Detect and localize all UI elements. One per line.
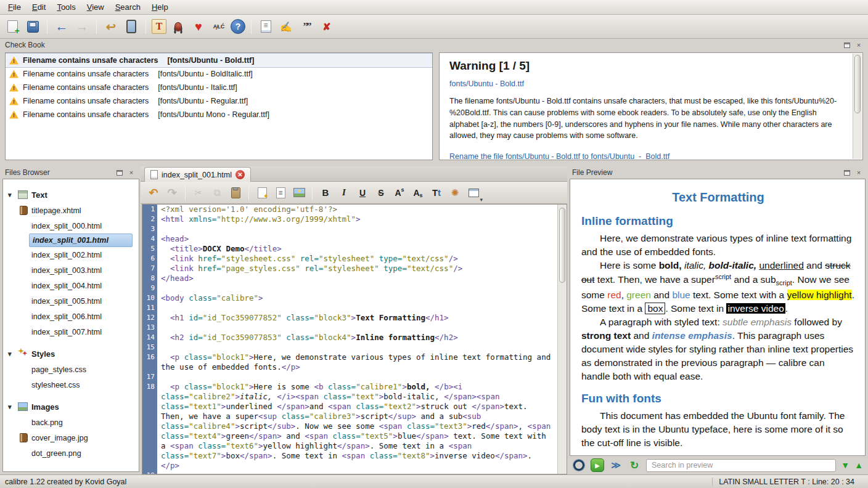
change-case-icon[interactable]: T (428, 185, 444, 201)
file-back.png[interactable]: back.png (3, 415, 139, 430)
find-next-icon[interactable]: ▼ (841, 460, 850, 470)
code-line[interactable]: 16 <p class="block1">Here, we demonstrat… (142, 352, 557, 372)
bold-icon[interactable]: B (317, 185, 334, 201)
menu-bar: FileEditToolsViewSearchHelp (0, 0, 868, 15)
code-line[interactable]: 12 <h1 id="id_Toc359077852" class="block… (142, 313, 557, 323)
split-view-icon[interactable]: ≫ (609, 458, 623, 472)
code-editor[interactable]: 1<?xml version='1.0' encoding='utf-8'?>2… (142, 204, 567, 474)
save-icon[interactable] (24, 18, 41, 35)
line-number: 11 (142, 303, 157, 313)
device-preview-icon[interactable] (123, 18, 140, 35)
code-line[interactable]: 1<?xml version='1.0' encoding='utf-8'?> (142, 205, 557, 214)
close-panel-icon[interactable]: × (127, 168, 136, 177)
scrollbar[interactable] (557, 205, 567, 474)
donate-icon[interactable]: ♥ (190, 18, 207, 35)
smarten-punctuation-icon[interactable] (254, 185, 270, 201)
spell-check-icon[interactable]: ✍ (277, 18, 295, 35)
menu-edit[interactable]: Edit (27, 0, 51, 14)
refresh-preview-icon[interactable]: ↻ (628, 458, 641, 472)
insert-image-icon[interactable] (291, 185, 307, 201)
code-line[interactable]: 19 (142, 471, 557, 474)
code-line[interactable]: 14 <h2 id="id_Toc359077853" class="block… (142, 333, 557, 343)
code-line[interactable]: 10<body class="calibre"> (142, 293, 557, 303)
file-index_split_006.html[interactable]: index_split_006.html (3, 309, 139, 324)
file-dot_green.png[interactable]: dot_green.png (3, 445, 139, 461)
code-line[interactable]: 5 <title>DOCX Demo</title> (142, 244, 557, 254)
subscript-icon[interactable]: A (410, 185, 426, 201)
code-line[interactable]: 15 (142, 343, 557, 352)
reports-icon[interactable] (257, 18, 274, 35)
warning-rename-link[interactable]: Rename the file fonts/Ubuntu - Bold.ttf … (449, 152, 669, 160)
file-index_split_005.html[interactable]: index_split_005.html (3, 293, 139, 309)
insert-special-character-icon[interactable]: ✺ (447, 185, 463, 201)
edit-toc-icon[interactable]: T (152, 19, 166, 34)
scrollbar-thumb[interactable] (854, 55, 861, 113)
file-index_split_002.html[interactable]: index_split_002.html (3, 247, 139, 262)
smarten-punctuation-icon[interactable]: ”” (298, 18, 315, 35)
file-index_split_001.html[interactable]: index_split_001.html (29, 234, 133, 247)
help-icon[interactable]: ? (231, 19, 245, 34)
close-panel-icon[interactable]: × (854, 168, 863, 177)
code-line[interactable]: 18 <p class="block1">Here is some <b cla… (142, 382, 557, 471)
superscript-icon[interactable]: A (391, 185, 407, 201)
file-stylesheet.css[interactable]: stylesheet.css (3, 377, 139, 392)
warning-icon (9, 70, 18, 78)
code-line[interactable]: 8</head> (142, 274, 557, 283)
tab-close-icon[interactable]: ✕ (235, 170, 245, 179)
check-item[interactable]: Filename contains unsafe characters[font… (6, 108, 432, 121)
file-page_styles.css[interactable]: page_styles.css (3, 362, 139, 377)
strikethrough-icon[interactable]: S (373, 185, 389, 201)
code-line[interactable]: 17 (142, 372, 557, 382)
file-index_split_000.html[interactable]: index_split_000.html (3, 218, 139, 234)
scrollbar-thumb[interactable] (559, 208, 565, 283)
undo-icon[interactable]: ↶ (145, 185, 162, 201)
insert-table-icon[interactable] (465, 185, 481, 201)
check-item[interactable]: Filename contains unsafe characters[font… (6, 54, 432, 67)
menu-search[interactable]: Search (110, 0, 146, 14)
underline-icon[interactable]: U (354, 185, 371, 201)
find-previous-icon[interactable]: ▲ (854, 460, 863, 470)
code-line[interactable]: 13 (142, 323, 557, 333)
code-line[interactable]: 6 <link href="stylesheet.css" rel="style… (142, 254, 557, 264)
paste-icon[interactable] (227, 185, 244, 201)
code-line[interactable]: 9 (142, 283, 557, 293)
file-index_split_007.html[interactable]: index_split_007.html (3, 324, 139, 340)
warning-file-link[interactable]: fonts/Ubuntu - Bold.ttf (449, 79, 524, 88)
go-back-icon[interactable]: ← (53, 18, 70, 35)
float-panel-icon[interactable] (843, 41, 851, 49)
code-line[interactable]: 7 <link href="page_styles.css" rel="styl… (142, 264, 557, 274)
code-line[interactable]: 2<html xmlns="http://www.w3.org/1999/xht… (142, 214, 557, 224)
check-item[interactable]: Filename contains unsafe characters[font… (6, 94, 432, 108)
menu-help[interactable]: Help (146, 0, 174, 14)
tree-section-text[interactable]: ▾Text (3, 187, 139, 203)
new-file-icon[interactable] (4, 18, 21, 35)
file-titlepage.xhtml[interactable]: titlepage.xhtml (3, 203, 139, 218)
file-index_split_003.html[interactable]: index_split_003.html (3, 262, 139, 278)
format-block-icon[interactable] (272, 185, 289, 201)
check-item[interactable]: Filename contains unsafe characters[font… (6, 67, 432, 81)
code-line[interactable]: 11 (142, 303, 557, 313)
special-characters-icon[interactable]: ĄŁĆ (210, 18, 227, 35)
file-cover_image.jpg[interactable]: cover_image.jpg (3, 430, 139, 445)
check-book-icon[interactable] (170, 18, 187, 35)
tree-section-images[interactable]: ▾Images (3, 399, 139, 415)
auto-refresh-icon[interactable]: ▶ (591, 458, 604, 472)
menu-tools[interactable]: Tools (51, 0, 81, 14)
check-item[interactable]: Filename contains unsafe characters[font… (6, 81, 432, 94)
preview-search-input[interactable] (646, 459, 836, 472)
scrollbar[interactable] (853, 54, 862, 159)
code-line[interactable]: 4<head> (142, 234, 557, 244)
restore-checkpoint-icon[interactable]: ↩ (102, 18, 120, 35)
close-panel-icon[interactable]: × (854, 41, 863, 49)
tab-index-split-001[interactable]: index_split_001.html ✕ (144, 167, 251, 182)
show-position-icon[interactable] (572, 458, 586, 472)
float-panel-icon[interactable] (843, 168, 851, 177)
menu-file[interactable]: File (2, 0, 27, 14)
file-index_split_004.html[interactable]: index_split_004.html (3, 278, 139, 293)
float-panel-icon[interactable] (115, 168, 124, 177)
italic-icon[interactable]: I (336, 185, 352, 201)
code-line[interactable]: 3 (142, 224, 557, 234)
tree-section-styles[interactable]: ▾Styles (3, 346, 139, 362)
remove-unused-css-icon[interactable]: ✘ (318, 18, 335, 35)
menu-view[interactable]: View (81, 0, 110, 14)
